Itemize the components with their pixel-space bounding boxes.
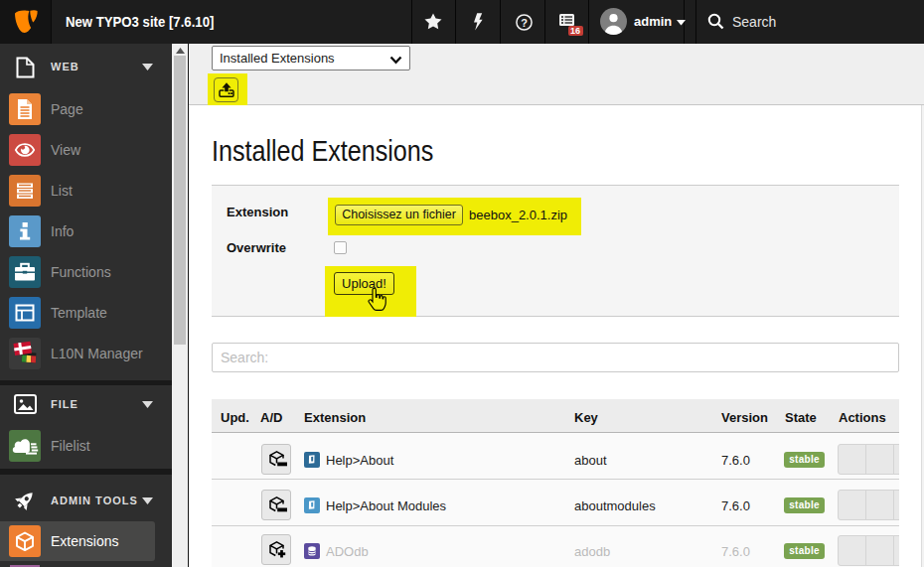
svg-text:?: ? [521,16,528,28]
